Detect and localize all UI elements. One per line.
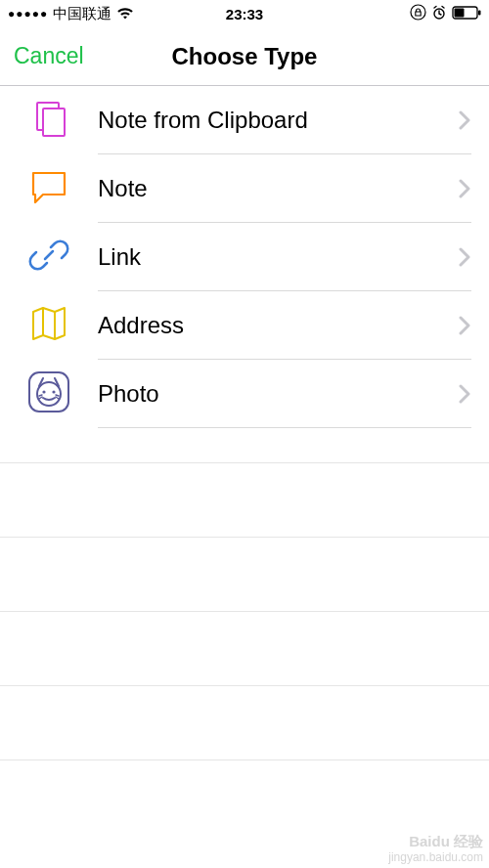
empty-rows bbox=[0, 428, 489, 834]
empty-row bbox=[0, 462, 489, 537]
address-icon bbox=[27, 302, 70, 349]
watermark-line2: jingyan.baidu.com bbox=[388, 850, 483, 864]
svg-point-9 bbox=[42, 390, 45, 393]
signal-dots-icon: ●●●●● bbox=[8, 7, 48, 21]
chevron-right-icon bbox=[459, 110, 471, 130]
chevron-right-icon bbox=[459, 247, 471, 267]
empty-row bbox=[0, 611, 489, 685]
chevron-right-icon bbox=[459, 384, 471, 404]
type-label: Note bbox=[98, 175, 459, 202]
svg-point-10 bbox=[52, 390, 55, 393]
nav-bar: Cancel Choose Type bbox=[0, 27, 489, 86]
status-left: ●●●●● 中国联通 bbox=[8, 5, 226, 23]
type-list: Note from Clipboard Note Link bbox=[0, 86, 489, 428]
type-row-clipboard[interactable]: Note from Clipboard bbox=[0, 86, 489, 154]
alarm-icon bbox=[431, 5, 447, 23]
svg-point-8 bbox=[37, 382, 61, 406]
carrier-label: 中国联通 bbox=[53, 5, 111, 23]
type-label: Photo bbox=[98, 380, 459, 408]
orientation-lock-icon bbox=[410, 4, 426, 23]
watermark-line1: Baidu 经验 bbox=[388, 833, 483, 850]
page-title: Choose Type bbox=[172, 43, 318, 70]
chevron-right-icon bbox=[459, 316, 471, 335]
note-icon bbox=[27, 165, 70, 212]
type-row-link[interactable]: Link bbox=[0, 223, 489, 291]
chevron-right-icon bbox=[459, 179, 471, 198]
type-row-photo[interactable]: Photo bbox=[0, 360, 489, 428]
status-bar: ●●●●● 中国联通 23:33 bbox=[0, 0, 489, 27]
type-row-address[interactable]: Address bbox=[0, 291, 489, 360]
cancel-button[interactable]: Cancel bbox=[14, 43, 84, 69]
clipboard-icon bbox=[27, 97, 70, 144]
watermark: Baidu 经验 jingyan.baidu.com bbox=[388, 833, 483, 864]
svg-rect-4 bbox=[478, 10, 481, 15]
type-label: Note from Clipboard bbox=[98, 107, 459, 134]
empty-row bbox=[0, 760, 489, 834]
photo-icon bbox=[25, 369, 72, 419]
type-row-note[interactable]: Note bbox=[0, 154, 489, 223]
wifi-icon bbox=[116, 6, 134, 22]
type-label: Link bbox=[98, 243, 459, 271]
clock-label: 23:33 bbox=[226, 6, 263, 22]
svg-rect-3 bbox=[455, 8, 465, 17]
empty-row bbox=[0, 537, 489, 611]
type-label: Address bbox=[98, 312, 459, 339]
svg-rect-6 bbox=[43, 108, 65, 136]
link-icon bbox=[27, 234, 70, 281]
status-right bbox=[263, 4, 481, 23]
empty-row bbox=[0, 685, 489, 760]
battery-icon bbox=[452, 6, 481, 22]
